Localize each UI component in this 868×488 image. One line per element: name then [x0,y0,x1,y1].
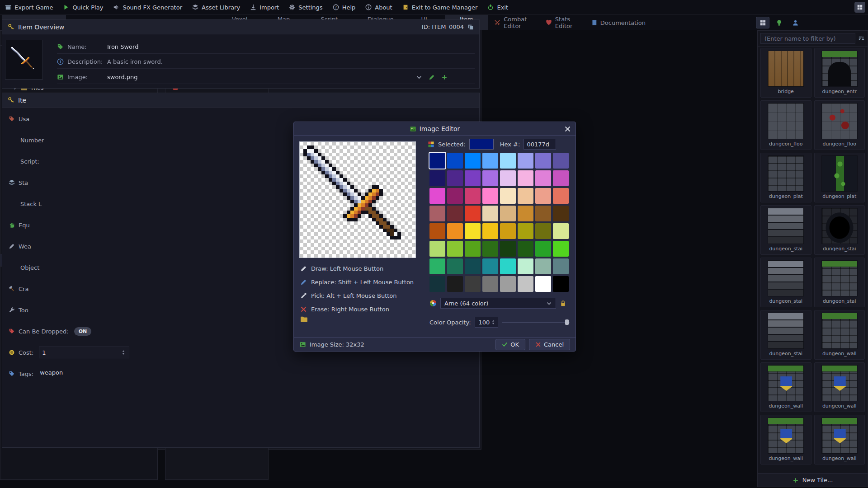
palette-swatch-40[interactable] [429,241,445,257]
palette-swatch-56[interactable] [429,276,445,292]
menu-item-exit-to-game-manager[interactable]: Exit to Game Manager [397,0,483,15]
palette-swatch-60[interactable] [500,276,516,292]
palette-swatch-41[interactable] [447,241,463,257]
palette-swatch-23[interactable] [553,188,569,204]
cancel-button[interactable]: Cancel [529,339,570,350]
palette-swatch-14[interactable] [535,170,551,186]
menu-item-import[interactable]: Import [245,0,284,15]
tile-dungeon-wall-15[interactable]: dungeon_wall [814,415,865,465]
tile-dungeon-entr-1[interactable]: dungeon_entr [814,48,865,98]
tile-filter-input[interactable] [760,33,855,44]
window-menu-button[interactable] [854,2,865,13]
menu-item-asset-library[interactable]: Asset Library [187,0,245,15]
tile-dungeon-wall-13[interactable]: dungeon_wall [814,362,865,412]
palette-swatch-57[interactable] [447,276,463,292]
cost-input[interactable]: 1 [39,347,129,358]
palette-swatch-24[interactable] [429,206,445,221]
palette-swatch-29[interactable] [518,206,533,221]
palette-swatch-7[interactable] [553,153,569,169]
tile-dungeon-stai-6[interactable]: dungeon_stai [760,205,811,255]
menu-item-about[interactable]: About [360,0,397,15]
slider-handle[interactable] [565,319,569,325]
tile-dungeon-plat-5[interactable]: dungeon_plat [814,153,865,202]
palette-swatch-10[interactable] [465,170,481,186]
menu-item-help[interactable]: Help [328,0,361,15]
palette-swatch-21[interactable] [518,188,533,204]
palette-swatch-55[interactable] [553,258,569,274]
palette-swatch-43[interactable] [482,241,498,257]
dialog-title-bar[interactable]: Image Editor [294,122,576,136]
palette-swatch-3[interactable] [482,153,498,169]
palette-swatch-44[interactable] [500,241,516,257]
tags-input[interactable]: weapon [39,369,473,378]
palette-swatch-34[interactable] [465,223,481,239]
tile-dungeon-floo-3[interactable]: dungeon_floo [814,100,865,150]
panel-tab-characters[interactable] [788,17,802,28]
opacity-slider[interactable] [502,318,570,327]
palette-swatch-47[interactable] [553,241,569,257]
menu-item-quick-play[interactable]: Quick Play [58,0,108,15]
panel-tab-tiles[interactable] [756,17,769,28]
palette-swatch-58[interactable] [465,276,481,292]
panel-tab-objects[interactable] [772,17,786,28]
tile-dungeon-wall-14[interactable]: dungeon_wall [760,415,811,465]
palette-swatch-18[interactable] [465,188,481,204]
palette-swatch-54[interactable] [535,258,551,274]
palette-swatch-27[interactable] [482,206,498,221]
palette-swatch-45[interactable] [518,241,533,257]
palette-swatch-25[interactable] [447,206,463,221]
tab-stats-editor[interactable]: Stats Editor [540,15,585,30]
palette-select[interactable]: Arne (64 color) [440,298,556,309]
pixel-canvas[interactable] [300,142,415,258]
palette-swatch-35[interactable] [482,223,498,239]
palette-swatch-9[interactable] [447,170,463,186]
menu-item-sound-fx-generator[interactable]: Sound FX Generator [108,0,187,15]
tile-dungeon-stai-10[interactable]: dungeon_stai [760,310,811,360]
palette-swatch-1[interactable] [447,153,463,169]
palette-swatch-33[interactable] [447,223,463,239]
menu-item-export-game[interactable]: Export Game [0,0,58,15]
spinner-icon[interactable] [491,319,496,325]
tile-dungeon-wall-12[interactable]: dungeon_wall [760,362,811,412]
palette-swatch-16[interactable] [429,188,445,204]
tile-dungeon-wall-11[interactable]: dungeon_wall [814,310,865,360]
palette-swatch-38[interactable] [535,223,551,239]
close-icon[interactable] [564,126,571,132]
palette-swatch-52[interactable] [500,258,516,274]
menu-item-exit[interactable]: Exit [482,0,513,15]
palette-swatch-2[interactable] [465,153,481,169]
palette-swatch-8[interactable] [429,170,445,186]
palette-swatch-28[interactable] [500,206,516,221]
palette-swatch-22[interactable] [535,188,551,204]
palette-swatch-62[interactable] [535,276,551,292]
sort-icon[interactable] [858,35,865,42]
palette-swatch-53[interactable] [518,258,533,274]
palette-swatch-6[interactable] [535,153,551,169]
palette-swatch-42[interactable] [465,241,481,257]
palette-swatch-63[interactable] [553,276,569,292]
on-badge[interactable]: ON [74,327,92,336]
palette-swatch-17[interactable] [447,188,463,204]
palette-swatch-0[interactable] [429,153,445,169]
tile-bridge-0[interactable]: bridge [760,48,811,98]
palette-swatch-37[interactable] [518,223,533,239]
palette-swatch-12[interactable] [500,170,516,186]
tab-combat-editor[interactable]: Combat Editor [489,15,539,30]
palette-swatch-49[interactable] [447,258,463,274]
palette-swatch-11[interactable] [482,170,498,186]
palette-swatch-26[interactable] [465,206,481,221]
palette-swatch-39[interactable] [553,223,569,239]
palette-swatch-61[interactable] [518,276,533,292]
new-tile-button[interactable]: New Tile... [758,473,868,487]
lock-icon[interactable] [560,300,566,307]
palette-swatch-59[interactable] [482,276,498,292]
palette-swatch-4[interactable] [500,153,516,169]
palette-swatch-32[interactable] [429,223,445,239]
hex-input[interactable] [524,139,556,150]
palette-swatch-50[interactable] [465,258,481,274]
palette-swatch-30[interactable] [535,206,551,221]
menu-item-settings[interactable]: Settings [284,0,327,15]
palette-swatch-15[interactable] [553,170,569,186]
palette-swatch-19[interactable] [482,188,498,204]
palette-swatch-46[interactable] [535,241,551,257]
